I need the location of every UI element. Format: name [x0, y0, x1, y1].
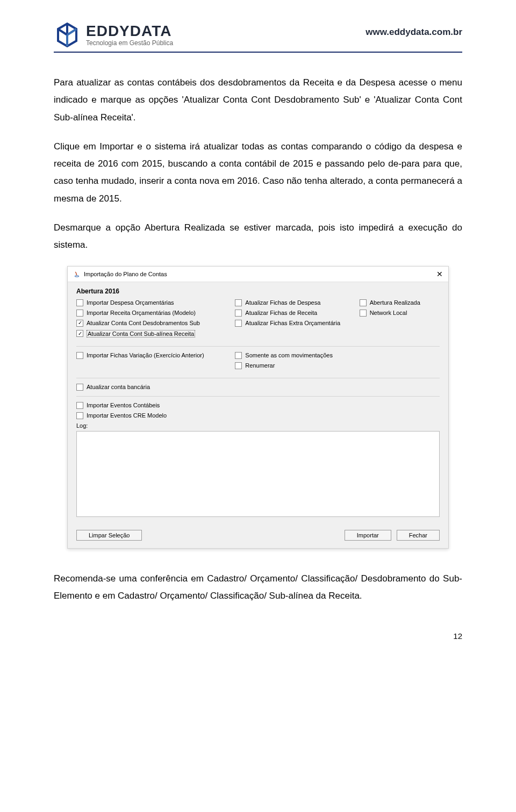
chk-network-local[interactable]: Network Local [360, 310, 440, 317]
chk-atualizar-conta-bancaria[interactable]: Atualizar conta bancária [76, 384, 440, 391]
chk-atualizar-cont-desdobramentos-sub[interactable]: Atualizar Conta Cont Desdobramentos Sub [76, 320, 225, 327]
chk-atualizar-fichas-despesa[interactable]: Atualizar Fichas de Despesa [235, 299, 349, 306]
btn-limpar-selecao[interactable]: Limpar Seleção [76, 530, 142, 541]
btn-importar[interactable]: Importar [345, 530, 391, 541]
dialog-import-plano-contas: Importação do Plano de Contas ✕ Abertura… [67, 266, 449, 549]
brand-name: EDDYDATA [86, 24, 173, 39]
paragraph: Clique em Importar e o sistema irá atual… [54, 138, 462, 207]
chk-atualizar-fichas-extra[interactable]: Atualizar Fichas Extra Orçamentária [235, 320, 349, 327]
paragraph: Recomenda-se uma conferência em Cadastro… [54, 570, 462, 605]
logo-block: EDDYDATA Tecnologia em Gestão Pública [54, 21, 173, 48]
company-logo-icon [54, 21, 81, 48]
chk-renumerar[interactable]: Renumerar [235, 362, 349, 369]
page-header: EDDYDATA Tecnologia em Gestão Pública ww… [54, 21, 462, 53]
svg-point-0 [75, 275, 79, 276]
paragraph: Para atualizar as contas contábeis dos d… [54, 74, 462, 126]
java-icon [73, 270, 81, 278]
log-textarea[interactable] [76, 431, 440, 517]
chk-importar-eventos-contabeis[interactable]: Importar Eventos Contábeis [76, 402, 440, 409]
chk-somente-movimentacoes[interactable]: Somente as com movimentações [235, 352, 349, 359]
body-text: Para atualizar as contas contábeis dos d… [54, 74, 462, 254]
btn-fechar[interactable]: Fechar [397, 530, 440, 541]
chk-abertura-realizada[interactable]: Abertura Realizada [360, 299, 440, 306]
chk-atualizar-fichas-receita[interactable]: Atualizar Fichas de Receita [235, 310, 349, 317]
dialog-titlebar: Importação do Plano de Contas ✕ [68, 267, 448, 282]
brand-tagline: Tecnologia em Gestão Pública [86, 40, 173, 46]
dialog-title: Importação do Plano de Contas [84, 271, 167, 277]
chk-importar-receita-modelo[interactable]: Importar Receita Orçamentárias (Modelo) [76, 310, 225, 317]
chk-atualizar-cont-sub-alinea-receita[interactable]: Atualizar Conta Cont Sub-alínea Receita [76, 330, 225, 337]
log-label: Log: [76, 422, 440, 429]
body-text: Recomenda-se uma conferência em Cadastro… [54, 570, 462, 605]
close-icon[interactable]: ✕ [436, 270, 443, 278]
chk-importar-fichas-variacao[interactable]: Importar Fichas Variação (Exercício Ante… [76, 352, 225, 359]
site-url: www.eddydata.com.br [366, 27, 462, 38]
page-number: 12 [54, 631, 462, 641]
section-title: Abertura 2016 [76, 288, 440, 295]
paragraph: Desmarque a opção Abertura Realizada se … [54, 219, 462, 254]
chk-importar-eventos-cre[interactable]: Importar Eventos CRE Modelo [76, 412, 440, 419]
chk-importar-despesa[interactable]: Importar Despesa Orçamentárias [76, 299, 225, 306]
